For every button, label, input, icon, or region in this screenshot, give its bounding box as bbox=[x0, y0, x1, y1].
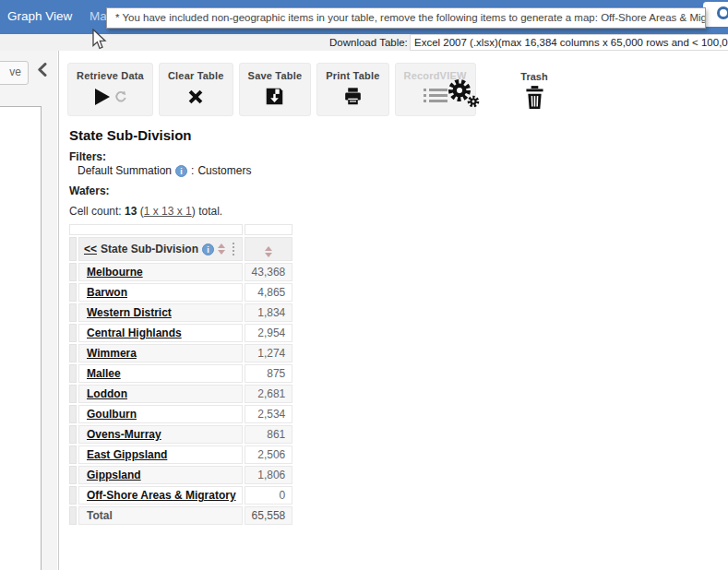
table-row: Off-Shore Areas & Migratory 0 bbox=[69, 486, 292, 505]
printer-icon bbox=[343, 87, 363, 106]
table-row: Wimmera 1,274 bbox=[69, 344, 292, 362]
cell-count-suffix: total. bbox=[198, 205, 222, 218]
row-value: 1,834 bbox=[245, 303, 293, 322]
table-row: Loddon 2,681 bbox=[69, 385, 292, 403]
trash-label: Trash bbox=[513, 71, 555, 82]
row-value: 2,506 bbox=[245, 445, 293, 464]
clear-x-icon bbox=[185, 87, 206, 107]
row-value: 1,806 bbox=[245, 466, 293, 484]
row-link[interactable]: Mallee bbox=[87, 367, 121, 380]
row-link[interactable]: Central Highlands bbox=[87, 327, 182, 339]
row-gutter bbox=[69, 237, 77, 261]
info-icon[interactable]: i bbox=[175, 165, 187, 177]
left-sidebar: ve bbox=[0, 51, 57, 570]
cell-count-value: 13 bbox=[125, 205, 137, 218]
table-row: Ovens-Murray 861 bbox=[69, 425, 292, 444]
table-toolbar: Retrieve Data Clear Table bbox=[67, 63, 482, 116]
refresh-icon bbox=[114, 90, 127, 103]
row-value: 875 bbox=[245, 364, 293, 383]
row-link[interactable]: Barwon bbox=[87, 286, 127, 299]
row-link[interactable]: Ovens-Murray bbox=[87, 428, 161, 441]
row-value: 1,274 bbox=[245, 344, 293, 362]
filters-label: Filters: bbox=[69, 150, 106, 163]
column-header-title: State Sub-Division bbox=[101, 243, 198, 255]
spacer-row bbox=[69, 224, 292, 235]
sidebar-collapse-button[interactable] bbox=[37, 63, 47, 80]
filter-line: Default Summation i : Customers bbox=[78, 164, 251, 177]
sidebar-save-button[interactable]: ve bbox=[0, 61, 29, 85]
wafers-label: Wafers: bbox=[69, 184, 110, 197]
row-link[interactable]: Off-Shore Areas & Migratory bbox=[87, 489, 236, 502]
clear-table-button[interactable]: Clear Table bbox=[159, 63, 233, 116]
page-title: State Sub-Division bbox=[69, 127, 192, 143]
download-format-select[interactable]: Excel 2007 (.xlsx)(max 16,384 columns x … bbox=[410, 34, 728, 51]
row-value: 0 bbox=[245, 486, 293, 505]
save-table-button[interactable]: Save Table bbox=[239, 63, 312, 116]
tab-graph-view[interactable]: Graph View bbox=[7, 9, 72, 23]
save-floppy-icon bbox=[265, 87, 284, 106]
total-row: Total 65,558 bbox=[69, 506, 292, 525]
sort-icon[interactable] bbox=[265, 246, 272, 257]
sidebar-panel bbox=[0, 106, 42, 570]
filter-name: Default Summation bbox=[78, 164, 172, 177]
app-window: Graph View Map View * You have included … bbox=[0, 0, 728, 570]
row-value: 4,865 bbox=[245, 283, 293, 302]
row-link[interactable]: Loddon bbox=[87, 387, 127, 400]
map-warning-tooltip: * You have included non-geographic items… bbox=[106, 7, 706, 29]
header-row: << State Sub-Division i bbox=[69, 237, 292, 261]
settings-gears-icon[interactable] bbox=[445, 77, 482, 113]
row-link[interactable]: Melbourne bbox=[87, 266, 143, 279]
row-value: 2,534 bbox=[245, 405, 293, 423]
table-row: Western District 1,834 bbox=[69, 303, 292, 322]
row-value: 43,368 bbox=[245, 263, 293, 281]
row-link[interactable]: Western District bbox=[87, 306, 172, 319]
row-value: 2,954 bbox=[245, 324, 293, 342]
trash-control: Trash bbox=[513, 71, 555, 113]
mouse-cursor bbox=[92, 29, 108, 54]
cell-count-link[interactable]: 1 x 13 x 1 bbox=[144, 205, 192, 218]
search-input[interactable] bbox=[703, 2, 728, 27]
chevron-left-icon bbox=[37, 63, 47, 77]
row-link[interactable]: East Gippsland bbox=[87, 448, 167, 461]
value-column-header bbox=[245, 237, 293, 261]
retrieve-data-button[interactable]: Retrieve Data bbox=[67, 63, 153, 116]
row-link[interactable]: Gippsland bbox=[87, 469, 141, 481]
trash-icon[interactable] bbox=[525, 86, 544, 113]
filter-value: Customers bbox=[197, 164, 251, 177]
download-bar: Download Table: Excel 2007 (.xlsx)(max 1… bbox=[0, 34, 728, 51]
download-table-label: Download Table: bbox=[329, 37, 408, 48]
filter-colon: : bbox=[191, 164, 194, 177]
row-link[interactable]: Goulburn bbox=[87, 408, 137, 421]
cell-count-line: Cell count: 13 (1 x 13 x 1) total. bbox=[69, 205, 222, 218]
cell-count-prefix: Cell count: bbox=[69, 205, 122, 218]
column-collapse-link[interactable]: << bbox=[84, 243, 97, 255]
table-row: Goulburn 2,534 bbox=[69, 405, 292, 423]
search-icon bbox=[717, 6, 728, 19]
row-value: 861 bbox=[245, 425, 293, 444]
table-row: Melbourne 43,368 bbox=[69, 263, 292, 281]
row-link[interactable]: Wimmera bbox=[87, 347, 137, 360]
total-value: 65,558 bbox=[245, 506, 293, 525]
print-table-button[interactable]: Print Table bbox=[316, 63, 388, 116]
table-row: Central Highlands 2,954 bbox=[69, 324, 292, 342]
row-value: 2,681 bbox=[245, 385, 293, 403]
data-table: << State Sub-Division i Melbourne 43,368 bbox=[67, 222, 294, 527]
column-menu-icon[interactable] bbox=[233, 243, 234, 255]
table-row: East Gippsland 2,506 bbox=[69, 445, 292, 464]
total-label: Total bbox=[87, 509, 113, 522]
table-row: Barwon 4,865 bbox=[69, 283, 292, 302]
sort-icon[interactable] bbox=[218, 243, 225, 255]
info-icon[interactable]: i bbox=[202, 243, 214, 255]
main-content: Retrieve Data Clear Table bbox=[58, 51, 728, 570]
play-icon bbox=[93, 87, 112, 107]
table-row: Gippsland 1,806 bbox=[69, 466, 292, 484]
table-row: Mallee 875 bbox=[69, 364, 292, 383]
